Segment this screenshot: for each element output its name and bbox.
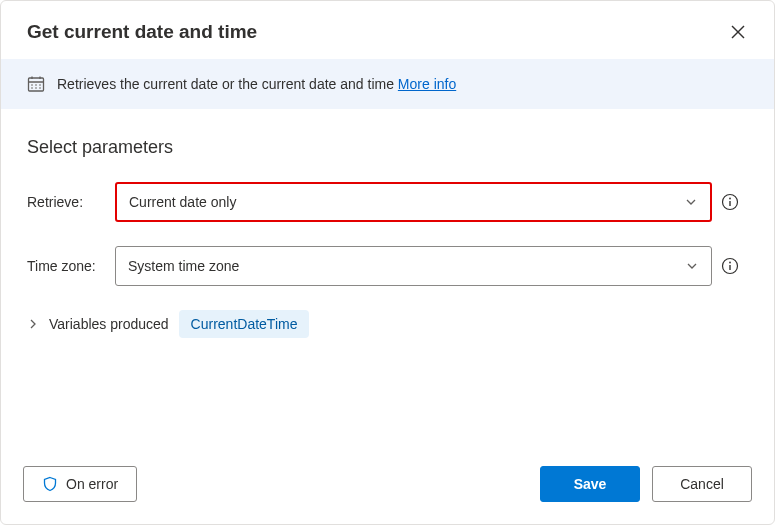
svg-point-8 [39,84,41,86]
timezone-value: System time zone [128,258,239,274]
retrieve-value: Current date only [129,194,236,210]
info-icon [721,257,739,275]
param-row-retrieve: Retrieve: Current date only [27,182,748,222]
info-icon [721,193,739,211]
timezone-select[interactable]: System time zone [115,246,712,286]
svg-point-10 [35,87,37,89]
on-error-button[interactable]: On error [23,466,137,502]
svg-point-9 [31,87,33,89]
calendar-icon [27,75,45,93]
on-error-label: On error [66,476,118,492]
shield-icon [42,476,58,492]
svg-point-6 [31,84,33,86]
variable-chip[interactable]: CurrentDateTime [179,310,310,338]
svg-point-7 [35,84,37,86]
chevron-down-icon [685,259,699,273]
variables-label: Variables produced [49,316,169,332]
chevron-down-icon [684,195,698,209]
close-button[interactable] [728,22,748,42]
param-row-timezone: Time zone: System time zone [27,246,748,286]
save-button[interactable]: Save [540,466,640,502]
dialog-footer: On error Save Cancel [1,448,774,524]
banner-text: Retrieves the current date or the curren… [57,76,456,92]
dialog-title: Get current date and time [27,21,257,43]
variables-expand[interactable] [27,318,39,330]
cancel-button[interactable]: Cancel [652,466,752,502]
dialog-header: Get current date and time [1,1,774,59]
more-info-link[interactable]: More info [398,76,456,92]
section-title: Select parameters [27,137,748,158]
retrieve-select[interactable]: Current date only [115,182,712,222]
close-icon [731,25,745,39]
info-banner: Retrieves the current date or the curren… [1,59,774,109]
timezone-label: Time zone: [27,258,115,274]
dialog-content: Select parameters Retrieve: Current date… [1,109,774,448]
chevron-right-icon [27,318,39,330]
timezone-help[interactable] [712,257,748,275]
svg-point-16 [729,262,731,264]
retrieve-help[interactable] [712,193,748,211]
svg-point-11 [39,87,41,89]
retrieve-label: Retrieve: [27,194,115,210]
variables-row: Variables produced CurrentDateTime [27,310,748,338]
svg-point-13 [729,198,731,200]
